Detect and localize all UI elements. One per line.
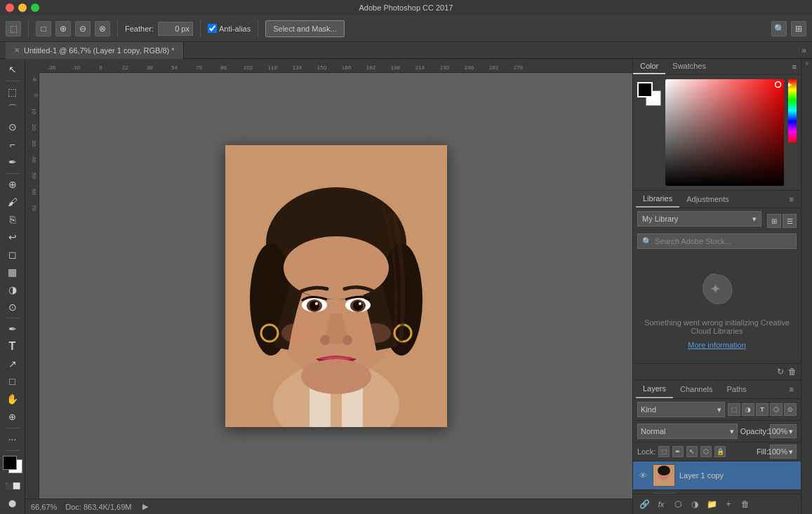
link-layers-btn[interactable]: 🔗 (637, 497, 651, 511)
svg-point-21 (301, 359, 371, 394)
lib-panel-tabs: Libraries Adjustments ≡ (633, 191, 801, 208)
lock-pixels-icon[interactable]: ✒ (672, 446, 684, 457)
tab-paths[interactable]: Paths (720, 381, 754, 398)
select-mask-button[interactable]: Select and Mask... (265, 20, 345, 37)
list-view-btn[interactable]: ☰ (783, 214, 797, 228)
swatch-container (637, 82, 661, 106)
gradient-tool[interactable]: ▦ (4, 264, 22, 280)
lib-panel-menu-icon[interactable]: ≡ (785, 192, 798, 206)
new-layer-btn[interactable]: + (721, 497, 736, 511)
dodge-tool[interactable]: ⊙ (4, 299, 22, 315)
move-tool[interactable]: ↖ (4, 62, 22, 78)
toolbar-sub-icon[interactable]: ⊖ (75, 21, 91, 36)
filter-adjust-icon[interactable]: ◑ (742, 403, 754, 416)
layers-list: 👁 Layer 1 copy 👁 (633, 461, 801, 494)
color-gradient[interactable] (665, 79, 784, 186)
layers-panel-menu-icon[interactable]: ≡ (785, 382, 798, 396)
add-group-btn[interactable]: 📁 (705, 497, 719, 511)
filter-pixel-icon[interactable]: ⬚ (728, 403, 740, 416)
healing-tool[interactable]: ⊕ (4, 176, 22, 192)
brush-tool[interactable]: 🖌 (4, 194, 22, 210)
minimize-button[interactable] (18, 4, 27, 12)
anti-alias-checkbox[interactable]: Anti-alias (208, 24, 251, 33)
kind-filter-dropdown[interactable]: Kind ▾ (637, 402, 725, 417)
blend-mode-dropdown[interactable]: Normal ▾ (637, 424, 738, 439)
extras-tool[interactable]: ··· (4, 431, 22, 447)
filter-shape-icon[interactable]: ⬡ (770, 403, 783, 416)
default-colors-icon[interactable]: ⬛⬜ (4, 478, 22, 494)
lock-move-icon[interactable]: ↖ (686, 446, 698, 457)
zoom-tool[interactable]: ⊕ (4, 409, 22, 425)
ruler-corner (25, 59, 39, 73)
hue-bar[interactable] (788, 79, 797, 142)
history-brush[interactable]: ↩ (4, 229, 22, 245)
tab-close-icon[interactable]: ✕ (14, 46, 20, 54)
tab-layers[interactable]: Layers (636, 380, 673, 398)
fx-btn[interactable]: fx (654, 497, 668, 511)
toolbar-intersect-icon[interactable]: ⊗ (95, 21, 110, 36)
toolbar-add-icon[interactable]: ⊕ (55, 21, 71, 36)
anti-alias-check[interactable] (208, 24, 217, 33)
tab-color[interactable]: Color (633, 59, 665, 74)
layer-item-0[interactable]: 👁 Layer 1 copy (633, 461, 801, 490)
svg-point-14 (353, 301, 363, 311)
filter-icons: ⬚ ◑ T ⬡ ⊙ (728, 403, 797, 416)
quick-mask-mode[interactable]: ⬤ (4, 495, 22, 511)
filter-type-icon[interactable]: T (756, 403, 768, 416)
add-mask-btn[interactable]: ⬡ (671, 497, 685, 511)
lt-sep-1 (6, 81, 20, 81)
tab-swatches[interactable]: Swatches (665, 59, 713, 74)
delete-layer-btn[interactable]: 🗑 (738, 497, 752, 511)
window-controls[interactable] (6, 4, 39, 12)
search-icon-toolbar[interactable]: 🔍 (771, 21, 787, 36)
quick-select-tool[interactable]: ⊙ (4, 119, 22, 135)
toolbar-rect-icon[interactable]: □ (36, 21, 51, 36)
document-tab[interactable]: ✕ Untitled-1 @ 66,7% (Layer 1 copy, RGB/… (6, 42, 184, 59)
more-info-link[interactable]: More information (688, 341, 746, 349)
lib-delete-icon[interactable]: 🗑 (788, 367, 797, 377)
foreground-color-swatch[interactable] (3, 456, 17, 470)
svg-point-32 (658, 466, 670, 475)
grid-view-btn[interactable]: ⊞ (767, 214, 781, 228)
shape-tool[interactable]: □ (4, 374, 22, 390)
lib-dropdown[interactable]: My Library ▾ (637, 211, 761, 226)
blur-tool[interactable]: ◑ (4, 281, 22, 297)
close-button[interactable] (6, 4, 14, 12)
foreground-swatch[interactable] (637, 82, 653, 97)
pen-tool[interactable]: ✒ (4, 321, 22, 337)
add-adjustment-btn[interactable]: ◑ (688, 497, 702, 511)
feather-input[interactable] (158, 22, 193, 36)
fill-input[interactable]: 100% ▾ (770, 445, 797, 459)
color-panel-menu-icon[interactable]: ≡ (788, 60, 801, 74)
eraser-tool[interactable]: ◻ (4, 246, 22, 262)
path-select-tool[interactable]: ↗ (4, 356, 22, 372)
maximize-button[interactable] (31, 4, 39, 12)
canvas-image[interactable] (225, 145, 447, 427)
filter-smart-icon[interactable]: ⊙ (784, 403, 797, 416)
tabbar-expand-icon[interactable]: » (801, 46, 806, 55)
marquee-tool[interactable]: ⬚ (4, 84, 22, 100)
panel-expand-icon[interactable]: » (804, 62, 811, 65)
lib-search-field[interactable]: 🔍 Search Adobe Stock... (637, 234, 797, 249)
layers-panel-tabs: Layers Channels Paths ≡ (633, 380, 801, 399)
lock-artboard-icon[interactable]: ⬡ (700, 446, 712, 457)
opacity-input[interactable]: 100% ▾ (770, 424, 797, 438)
crop-tool[interactable]: ⌐ (4, 137, 22, 153)
lock-position-icon[interactable]: ⬚ (658, 446, 670, 457)
libraries-panel: Libraries Adjustments ≡ My Library ▾ ⊞ ☰… (633, 191, 801, 380)
workspace-icon[interactable]: ⊞ (791, 21, 806, 36)
color-swatches[interactable] (3, 456, 22, 473)
toolbar-tool-icon[interactable]: ⬚ (6, 21, 21, 36)
tab-channels[interactable]: Channels (673, 381, 719, 398)
lib-sync-icon[interactable]: ↻ (777, 367, 784, 377)
tab-adjustments[interactable]: Adjustments (679, 191, 736, 207)
type-tool[interactable]: T (4, 339, 22, 355)
status-arrow[interactable]: ▶ (142, 502, 148, 511)
layer-vis-0[interactable]: 👁 (637, 470, 648, 481)
lasso-tool[interactable]: ⌒ (4, 102, 22, 118)
lock-all-icon[interactable]: 🔒 (714, 446, 726, 457)
stamp-tool[interactable]: ⎘ (4, 211, 22, 227)
tab-libraries[interactable]: Libraries (636, 191, 679, 208)
hand-tool[interactable]: ✋ (4, 391, 22, 407)
eyedropper-tool[interactable]: ✒ (4, 154, 22, 170)
